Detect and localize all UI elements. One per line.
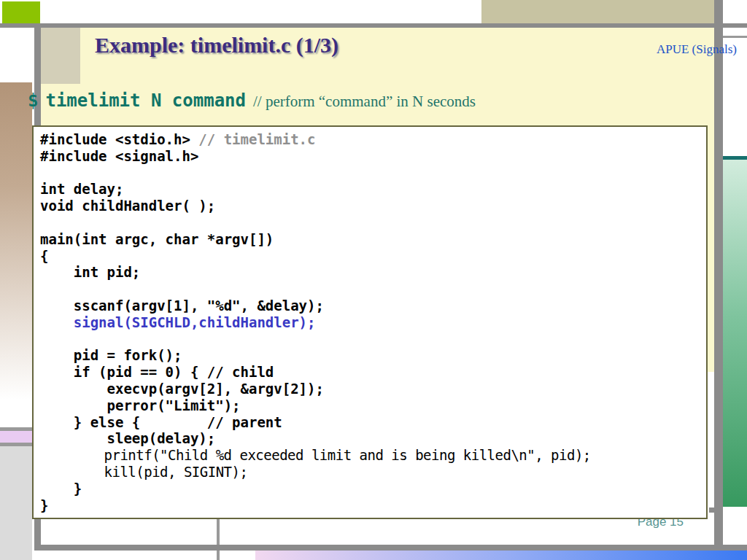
code-line xyxy=(40,331,706,348)
top-right-beige-block xyxy=(481,0,714,23)
code-segment: printf("Child %d exceeded limit and is b… xyxy=(40,447,591,463)
code-line: void childHandler( ); xyxy=(40,198,706,214)
code-segment: #include <signal.h> xyxy=(40,148,198,164)
code-line: #include <signal.h> xyxy=(40,148,706,165)
code-segment: pid = fork(); xyxy=(40,347,182,363)
code-segment: sscanf(argv[1], "%d", &delay); xyxy=(40,298,324,314)
code-block: #include <stdio.h> // timelimit.c#includ… xyxy=(32,125,708,519)
code-line: { xyxy=(40,248,706,265)
code-line: execvp(argv[2], &argv[2]); xyxy=(40,381,706,397)
slide-canvas: Example: timelimit.c (1/3) APUE (Signals… xyxy=(0,0,747,560)
code-line xyxy=(40,281,706,298)
code-line: signal(SIGCHLD,childHandler); xyxy=(40,314,706,331)
code-line: perror("Limit"); xyxy=(40,397,706,414)
code-segment xyxy=(40,165,48,181)
code-segment: perror("Limit"); xyxy=(40,397,241,413)
shell-command-line: $timelimit N command// perform “command”… xyxy=(28,90,476,111)
left-lilac-strip xyxy=(0,431,32,443)
code-line xyxy=(40,214,706,231)
code-lines: #include <stdio.h> // timelimit.c#includ… xyxy=(40,131,706,513)
code-segment: } xyxy=(40,497,48,513)
code-line: } xyxy=(40,481,706,497)
bottom-gradient-bar xyxy=(255,551,747,560)
shell-prompt: $ xyxy=(28,90,38,111)
top-left-green-block xyxy=(2,1,40,23)
code-segment: main(int argc, char *argv[]) xyxy=(40,231,274,247)
code-line: printf("Child %d exceeded limit and is b… xyxy=(40,447,706,464)
left-gray-column xyxy=(0,446,32,560)
right-green-gradient-strip xyxy=(723,160,747,507)
code-line: main(int argc, char *argv[]) xyxy=(40,231,706,248)
course-label: APUE (Signals) xyxy=(657,42,737,57)
shell-command-comment: // perform “command” in N seconds xyxy=(253,93,476,110)
code-segment: int pid; xyxy=(40,264,140,280)
code-segment: kill(pid, SIGINT); xyxy=(40,464,247,480)
code-segment: int delay; xyxy=(40,181,123,197)
code-segment: if (pid == 0) { // child xyxy=(40,364,274,380)
code-line: sscanf(argv[1], "%d", &delay); xyxy=(40,298,706,314)
code-segment: // timelimit.c xyxy=(198,131,315,147)
code-line: #include <stdio.h> // timelimit.c xyxy=(40,131,706,148)
code-segment xyxy=(40,331,48,347)
code-segment: } else { // parent xyxy=(40,414,282,430)
code-line: int delay; xyxy=(40,181,706,198)
shell-command-text: timelimit N command xyxy=(45,90,246,111)
code-line: int pid; xyxy=(40,264,706,281)
code-line: kill(pid, SIGINT); xyxy=(40,464,706,481)
code-segment: } xyxy=(40,481,82,497)
right-vertical-bar xyxy=(714,0,723,551)
left-tan-gradient-column xyxy=(0,82,32,427)
code-segment xyxy=(40,281,48,297)
left-beige-square xyxy=(40,28,80,84)
code-line: } xyxy=(40,497,706,514)
code-line: } else { // parent xyxy=(40,414,706,431)
code-line: if (pid == 0) { // child xyxy=(40,364,706,381)
code-segment: { xyxy=(40,248,48,264)
code-segment xyxy=(40,214,48,230)
code-line: sleep(delay); xyxy=(40,430,706,447)
code-line xyxy=(40,165,706,182)
bottom-horizontal-bar xyxy=(35,545,747,551)
code-segment: signal(SIGCHLD,childHandler); xyxy=(40,314,316,330)
code-segment: #include <stdio.h> xyxy=(40,131,198,147)
code-segment: sleep(delay); xyxy=(40,430,215,446)
code-segment: execvp(argv[2], &argv[2]); xyxy=(40,381,324,397)
code-line: pid = fork(); xyxy=(40,347,706,364)
slide-title: Example: timelimit.c (1/3) xyxy=(95,32,338,58)
code-segment: void childHandler( ); xyxy=(40,198,215,214)
bottom-thin-vertical-line xyxy=(217,519,220,560)
